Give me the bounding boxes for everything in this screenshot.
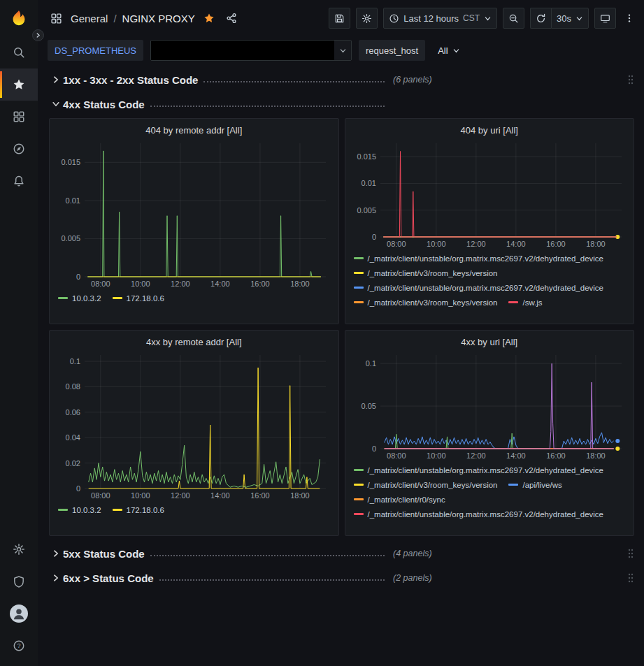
row-panel-count: (2 panels) [393, 573, 432, 583]
time-range-label: Last 12 hours [403, 13, 459, 24]
row-dotted-leader [159, 579, 385, 581]
refresh-button[interactable] [530, 8, 551, 29]
legend-item[interactable]: 10.0.3.2 [58, 291, 101, 305]
svg-text:10:00: 10:00 [131, 491, 150, 500]
sidebar-item-profile[interactable] [0, 598, 38, 630]
legend-item[interactable]: /_matrix/client/unstable/org.matrix.msc2… [354, 507, 604, 520]
share-button[interactable] [223, 10, 240, 27]
legend-label: /_matrix/client/unstable/org.matrix.msc2… [368, 510, 604, 519]
svg-text:14:00: 14:00 [210, 280, 230, 288]
datasource-variable-select[interactable] [150, 40, 352, 61]
grafana-flame-icon [10, 9, 28, 27]
panel-title[interactable]: 404 by remote addr [All] [57, 122, 331, 139]
row-drag-handle-icon[interactable] [627, 74, 634, 85]
request-host-variable-select[interactable]: All [432, 40, 465, 61]
dashboards-grid-icon [13, 110, 25, 123]
legend-item[interactable]: /_matrix/client/v3/room_keys/version [354, 295, 498, 308]
clock-icon [389, 13, 399, 24]
svg-text:0.06: 0.06 [66, 408, 80, 417]
panel-title[interactable]: 4xx by remote addr [All] [57, 334, 331, 351]
panel-title[interactable]: 4xx by uri [All] [352, 334, 627, 351]
row-header-4xx[interactable]: 4xx Status Code [49, 94, 634, 115]
question-circle-icon: ? [13, 639, 25, 652]
legend-color-swatch [354, 498, 364, 500]
tv-mode-button[interactable] [594, 8, 616, 29]
refresh-interval-value: 30s [557, 13, 571, 24]
breadcrumb-section[interactable]: General [71, 13, 108, 24]
legend-label: 172.18.0.6 [127, 506, 164, 514]
svg-text:0: 0 [371, 233, 375, 241]
legend-item[interactable]: 172.18.0.6 [113, 502, 164, 516]
sidebar-item-alerting[interactable] [0, 165, 38, 197]
chart-4xx-by-uri[interactable]: 00.050.108:0010:0012:0014:0016:0018:00 [352, 351, 627, 461]
row-header-6xx[interactable]: 6xx > Status Code (2 panels) [49, 567, 634, 588]
chart-4xx-by-remote-addr[interactable]: 00.020.040.060.080.108:0010:0012:0014:00… [57, 351, 331, 501]
row-dotted-leader [150, 106, 385, 107]
legend-item[interactable]: /_matrix/client/v3/room_keys/version [354, 266, 498, 280]
svg-text:18:00: 18:00 [586, 451, 606, 460]
legend-item[interactable]: /_matrix/client/r0/sync [354, 492, 445, 507]
chevron-down-icon [484, 15, 492, 22]
svg-text:0: 0 [371, 444, 375, 453]
save-dashboard-button[interactable] [329, 8, 350, 29]
dashboard-settings-button[interactable] [356, 8, 378, 29]
refresh-icon [536, 13, 546, 24]
zoom-out-button[interactable] [503, 8, 524, 29]
row-title: 4xx Status Code [63, 99, 145, 110]
row-header-5xx[interactable]: 5xx Status Code (4 panels) [49, 543, 634, 564]
more-options-button[interactable] [622, 11, 637, 25]
sidebar-item-dashboards[interactable] [0, 101, 38, 133]
sidebar-expand-button[interactable] [32, 29, 44, 41]
legend-label: /_matrix/client/unstable/org.matrix.msc2… [368, 254, 604, 263]
legend-item[interactable]: /_matrix/client/unstable/org.matrix.msc2… [354, 280, 604, 295]
dashboard-content: 1xx - 3xx - 2xx Status Code (6 panels) 4… [38, 64, 644, 666]
sidebar-item-configuration[interactable] [0, 533, 38, 565]
row-panel-count: (4 panels) [393, 549, 432, 558]
svg-text:16:00: 16:00 [546, 451, 566, 460]
legend-item[interactable]: 10.0.3.2 [58, 502, 101, 516]
legend-color-swatch [508, 484, 518, 486]
legend-item[interactable]: /sw.js [508, 295, 542, 308]
gear-icon [13, 543, 25, 556]
svg-text:10:00: 10:00 [131, 280, 150, 288]
sidebar-item-server-admin[interactable] [0, 565, 38, 598]
legend-item[interactable]: /_matrix/client/unstable/org.matrix.msc2… [354, 251, 604, 266]
timezone-label: CST [463, 13, 480, 23]
row-header-1xx-3xx-2xx[interactable]: 1xx - 3xx - 2xx Status Code (6 panels) [49, 69, 634, 90]
refresh-interval-dropdown[interactable]: 30s [551, 8, 589, 29]
sidebar: ? [0, 0, 38, 666]
svg-text:10:00: 10:00 [427, 451, 446, 460]
request-host-variable-label[interactable]: request_host [359, 40, 425, 61]
favorite-star-button[interactable] [201, 10, 217, 27]
svg-text:0.1: 0.1 [365, 359, 375, 368]
apps-grid-icon [48, 10, 65, 27]
legend-label: /_matrix/client/unstable/org.matrix.msc2… [368, 466, 604, 475]
chevron-right-icon [49, 574, 63, 582]
legend-item[interactable]: /api/live/ws [508, 477, 561, 492]
legend-item[interactable]: /_matrix/client/unstable/org.matrix.msc2… [354, 463, 604, 477]
chevron-down-icon [49, 100, 63, 108]
row-drag-handle-icon[interactable] [627, 548, 634, 559]
sidebar-item-search[interactable] [0, 36, 38, 68]
row-drag-handle-icon[interactable] [627, 572, 634, 584]
legend-item[interactable]: 172.18.0.6 [113, 291, 164, 305]
datasource-value-redacted [151, 41, 334, 60]
sidebar-item-help[interactable]: ? [0, 630, 38, 662]
chart-404-by-remote-addr[interactable]: 00.0050.010.01508:0010:0012:0014:0016:00… [57, 139, 331, 289]
legend-item[interactable]: /_matrix/client/v3/room_keys/version [354, 477, 498, 492]
sidebar-item-starred[interactable] [0, 68, 38, 101]
panel-404-by-uri: 404 by uri [All] 00.0050.010.01508:0010:… [345, 118, 635, 324]
svg-text:08:00: 08:00 [91, 491, 110, 500]
svg-text:18:00: 18:00 [290, 280, 310, 288]
time-range-picker[interactable]: Last 12 hours CST [383, 8, 497, 29]
svg-text:0.005: 0.005 [357, 206, 376, 215]
datasource-variable-label[interactable]: DS_PROMETHEUS [48, 40, 143, 61]
dashboard-variables-bar: DS_PROMETHEUS request_host All [38, 36, 644, 64]
grafana-logo[interactable] [0, 0, 38, 36]
svg-text:12:00: 12:00 [466, 240, 486, 248]
panel-title[interactable]: 404 by uri [All] [352, 122, 627, 139]
svg-text:16:00: 16:00 [546, 240, 566, 248]
sidebar-item-explore[interactable] [0, 133, 38, 165]
dashboard-title[interactable]: NGINX PROXY [122, 13, 195, 24]
chart-404-by-uri[interactable]: 00.0050.010.01508:0010:0012:0014:0016:00… [352, 139, 627, 249]
